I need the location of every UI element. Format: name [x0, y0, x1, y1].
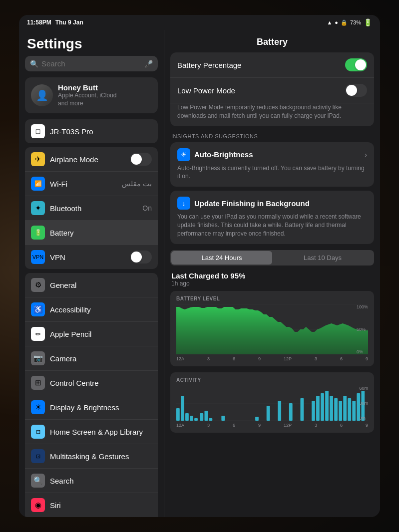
low-power-toggle[interactable]	[345, 84, 367, 97]
apple-pencil-label: Apple Pencil	[50, 330, 152, 338]
airplane-mode-icon: ✈	[31, 152, 45, 166]
bluetooth-value: On	[142, 204, 152, 212]
camera-label: Camera	[50, 354, 152, 363]
x-label-12a: 12A	[176, 356, 184, 361]
wifi-label: Wi-Fi	[50, 180, 117, 188]
device-icon: □	[31, 124, 45, 138]
activity-chart-svg	[176, 386, 368, 421]
sidebar-item-bluetooth[interactable]: ✦ Bluetooth On	[25, 196, 158, 221]
wifi-icon: ▲	[327, 19, 332, 25]
svg-rect-17	[278, 401, 281, 421]
sidebar-item-home-screen[interactable]: ⊟ Home Screen & App Library	[25, 420, 158, 444]
svg-rect-8	[185, 413, 189, 421]
control-centre-label: Control Centre	[50, 379, 152, 387]
auto-brightness-header: ☀ Auto-Brightness ›	[177, 148, 367, 161]
user-profile[interactable]: 👤 Honey Butt Apple Account, iCloudand mo…	[25, 77, 158, 113]
activity-x-labels: 12A 3 6 9 12P 3 6 9	[176, 423, 368, 428]
update-icon: ↓	[177, 197, 190, 210]
home-screen-icon: ⊟	[31, 425, 45, 439]
general-icon: ⚙	[31, 278, 45, 292]
act-x-9b: 9	[366, 423, 368, 428]
svg-rect-14	[221, 416, 225, 421]
accessibility-label: Accessibility	[50, 305, 152, 314]
battery-chart-wrapper: 100% 50% 0%	[176, 304, 368, 354]
sidebar-item-battery[interactable]: 🔋 Battery	[25, 221, 158, 245]
act-x-6: 6	[233, 423, 235, 428]
battery-level-chart: BATTERY LEVEL	[170, 291, 374, 366]
tab-last-10-days[interactable]: Last 10 Days	[272, 251, 373, 265]
vpn-icon: VPN	[31, 250, 45, 264]
sidebar-item-display[interactable]: ☀ Display & Brightness	[25, 395, 158, 420]
update-finishing-title: Update Finishing in Background	[194, 199, 310, 208]
svg-rect-15	[255, 417, 259, 421]
mic-icon[interactable]: 🎤	[144, 60, 153, 68]
battery-percent: 73%	[350, 19, 361, 25]
update-finishing-title-row: ↓ Update Finishing in Background	[177, 197, 310, 210]
sidebar-item-apple-pencil[interactable]: ✏ Apple Pencil	[25, 322, 158, 346]
main-content: Settings 🔍 🎤 👤 Honey Butt Apple Account,…	[19, 30, 380, 517]
device-name: JR-T03S Pro	[50, 127, 93, 136]
device-item[interactable]: □ JR-T03S Pro	[25, 119, 158, 143]
sidebar-item-airplane[interactable]: ✈ Airplane Mode	[25, 147, 158, 172]
quick-settings-group: ✈ Airplane Mode 📶 Wi-Fi بت مقلس ✦ Blueto…	[25, 147, 158, 269]
svg-rect-29	[352, 401, 356, 421]
battery-percentage-toggle[interactable]	[345, 58, 367, 71]
auto-brightness-card[interactable]: ☀ Auto-Brightness › Auto-Brightness is c…	[170, 142, 374, 187]
sidebar-item-accessibility[interactable]: ♿ Accessibility	[25, 297, 158, 322]
lock-icon: 🔒	[341, 19, 348, 26]
battery-label: Battery	[50, 229, 152, 237]
status-icons: ▲ ● 🔒 73% 🔋	[327, 18, 372, 26]
sidebar-item-wifi[interactable]: 📶 Wi-Fi بت مقلس	[25, 172, 158, 196]
siri-icon: ◉	[31, 498, 45, 512]
svg-rect-10	[194, 418, 198, 421]
svg-rect-24	[330, 396, 333, 421]
airplane-toggle[interactable]	[130, 153, 152, 166]
sidebar-item-multitasking[interactable]: ⊡ Multitasking & Gestures	[25, 444, 158, 469]
insights-header: INSIGHTS AND SUGGESTIONS	[164, 127, 380, 142]
bluetooth-label: Bluetooth	[50, 204, 137, 213]
search-bar[interactable]: 🔍 🎤	[25, 56, 158, 71]
sidebar-item-search[interactable]: 🔍 Search	[25, 469, 158, 493]
tab-last-24-hours[interactable]: Last 24 Hours	[171, 251, 272, 265]
x-label-9: 9	[258, 356, 261, 361]
vpn-label: VPN	[50, 253, 125, 262]
act-x-6b: 6	[340, 423, 343, 428]
sidebar-item-camera[interactable]: 📷 Camera	[25, 346, 158, 371]
control-centre-icon: ⊞	[31, 376, 45, 390]
general-label: General	[50, 281, 152, 289]
update-finishing-header: ↓ Update Finishing in Background	[177, 197, 367, 210]
camera-icon: 📷	[31, 351, 45, 365]
battery-percentage-row: Battery Percentage	[170, 52, 374, 78]
search-label: Search	[50, 477, 152, 485]
act-x-3b: 3	[315, 423, 317, 428]
battery-x-labels: 12A 3 6 9 12P 3 6 9	[176, 356, 368, 361]
last-charged-time: 1h ago	[171, 280, 373, 287]
svg-rect-9	[190, 416, 193, 421]
act-x-9: 9	[258, 423, 261, 428]
act-x-12a: 12A	[176, 423, 184, 428]
sidebar-item-siri[interactable]: ◉ Siri	[25, 493, 158, 517]
multitasking-icon: ⊡	[31, 449, 45, 463]
vpn-toggle[interactable]	[130, 251, 152, 264]
activity-y-60m: 60m	[359, 386, 368, 391]
sidebar-item-general[interactable]: ⚙ General	[25, 273, 158, 297]
low-power-label: Low Power Mode	[177, 86, 235, 95]
update-finishing-card: ↓ Update Finishing in Background You can…	[170, 191, 374, 244]
battery-chart-svg	[176, 304, 368, 354]
sidebar-item-control-centre[interactable]: ⊞ Control Centre	[25, 371, 158, 395]
activity-y-30m: 30m	[359, 401, 368, 406]
update-finishing-desc: You can use your iPad as you normally wo…	[177, 213, 367, 238]
battery-panel: Battery Battery Percentage Low Power Mod…	[164, 30, 380, 517]
battery-y-labels: 100% 50% 0%	[357, 304, 368, 354]
battery-level-label: BATTERY LEVEL	[176, 296, 368, 301]
general-settings-group: ⚙ General ♿ Accessibility ✏ Apple Pencil…	[25, 273, 158, 517]
siri-label: Siri	[50, 501, 152, 510]
last-charged-info: Last Charged to 95% 1h ago	[164, 269, 380, 291]
last-charged-title: Last Charged to 95%	[171, 271, 373, 280]
ipad-screen: 11:58PM Thu 9 Jan ▲ ● 🔒 73% 🔋 Settings 🔍…	[19, 15, 380, 517]
activity-y-0m: 0m	[359, 416, 368, 421]
svg-rect-26	[339, 401, 342, 421]
avatar: 👤	[31, 84, 53, 106]
search-input[interactable]	[41, 59, 141, 68]
sidebar-item-vpn[interactable]: VPN VPN	[25, 245, 158, 269]
